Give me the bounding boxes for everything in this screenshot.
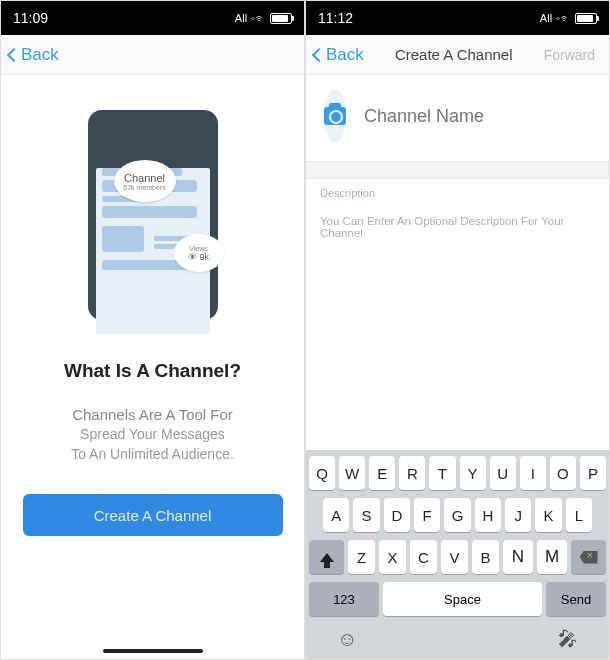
forward-button[interactable]: Forward <box>544 47 601 63</box>
back-label: Back <box>326 45 364 65</box>
shift-key[interactable] <box>309 540 344 574</box>
illustration-views-bubble: Views 👁 9k <box>174 234 224 272</box>
page-title: What Is A Channel? <box>64 360 241 382</box>
key-g[interactable]: G <box>444 498 470 532</box>
key-l[interactable]: L <box>566 498 592 532</box>
status-bar: 11:09 All ◦ᯤ <box>1 1 304 35</box>
key-j[interactable]: J <box>505 498 531 532</box>
illustration-channel-bubble: Channel 57k members <box>114 160 176 202</box>
screen-create-channel: 11:12 All ◦ᯤ Back Create A Channel Forwa… <box>305 0 610 660</box>
section-divider <box>306 161 609 179</box>
key-c[interactable]: C <box>410 540 437 574</box>
nav-title: Create A Channel <box>364 46 544 63</box>
keyboard: QWERTYUIOP ASDFGHJKL ZXCVBNM 123 Space S… <box>306 450 609 659</box>
screen-what-is-channel: 11:09 All ◦ᯤ Back Channel 57k members <box>0 0 305 660</box>
key-n[interactable]: N <box>503 540 533 574</box>
key-d[interactable]: D <box>384 498 410 532</box>
emoji-key[interactable]: ☺ <box>337 628 357 651</box>
home-indicator[interactable] <box>103 649 203 653</box>
page-subtitle: Channels Are A Tool For Spread Your Mess… <box>71 404 234 464</box>
key-e[interactable]: E <box>369 456 395 490</box>
wifi-icon: ◦ᯤ <box>556 12 571 24</box>
key-v[interactable]: V <box>441 540 468 574</box>
key-r[interactable]: R <box>399 456 425 490</box>
key-s[interactable]: S <box>353 498 379 532</box>
key-x[interactable]: X <box>379 540 406 574</box>
description-label: Description <box>306 179 609 205</box>
chevron-left-icon <box>312 47 326 61</box>
numbers-key[interactable]: 123 <box>309 582 379 616</box>
key-y[interactable]: Y <box>460 456 486 490</box>
back-label: Back <box>21 45 59 65</box>
back-button[interactable]: Back <box>314 45 364 65</box>
status-network: All <box>235 12 247 24</box>
key-f[interactable]: F <box>414 498 440 532</box>
key-b[interactable]: B <box>472 540 499 574</box>
nav-bar: Back <box>1 35 304 75</box>
back-button[interactable]: Back <box>9 45 59 65</box>
status-network: All <box>540 12 552 24</box>
channel-name-input[interactable] <box>364 106 596 127</box>
chevron-left-icon <box>7 47 21 61</box>
key-i[interactable]: I <box>520 456 546 490</box>
space-key[interactable]: Space <box>383 582 542 616</box>
battery-icon <box>270 13 292 24</box>
key-q[interactable]: Q <box>309 456 335 490</box>
mic-key[interactable]: 🎤︎ <box>558 628 578 651</box>
key-z[interactable]: Z <box>348 540 375 574</box>
status-bar: 11:12 All ◦ᯤ <box>306 1 609 35</box>
backspace-key[interactable] <box>571 540 606 574</box>
key-t[interactable]: T <box>429 456 455 490</box>
wifi-icon: ◦ᯤ <box>251 12 266 24</box>
camera-icon <box>324 107 346 125</box>
channel-photo-button[interactable] <box>324 89 346 143</box>
key-u[interactable]: U <box>490 456 516 490</box>
channel-illustration: Channel 57k members Views 👁 9k <box>88 110 218 320</box>
description-input[interactable]: You Can Enter An Optional Description Fo… <box>306 205 609 450</box>
key-a[interactable]: A <box>323 498 349 532</box>
key-m[interactable]: M <box>537 540 567 574</box>
status-time: 11:12 <box>318 10 353 26</box>
key-p[interactable]: P <box>580 456 606 490</box>
battery-icon <box>575 13 597 24</box>
key-o[interactable]: O <box>550 456 576 490</box>
send-key[interactable]: Send <box>546 582 606 616</box>
status-time: 11:09 <box>13 10 48 26</box>
shift-icon <box>320 553 334 562</box>
backspace-icon <box>580 551 598 564</box>
key-k[interactable]: K <box>535 498 561 532</box>
create-channel-button[interactable]: Create A Channel <box>23 494 283 536</box>
key-w[interactable]: W <box>339 456 365 490</box>
key-h[interactable]: H <box>475 498 501 532</box>
nav-bar: Back Create A Channel Forward <box>306 35 609 75</box>
